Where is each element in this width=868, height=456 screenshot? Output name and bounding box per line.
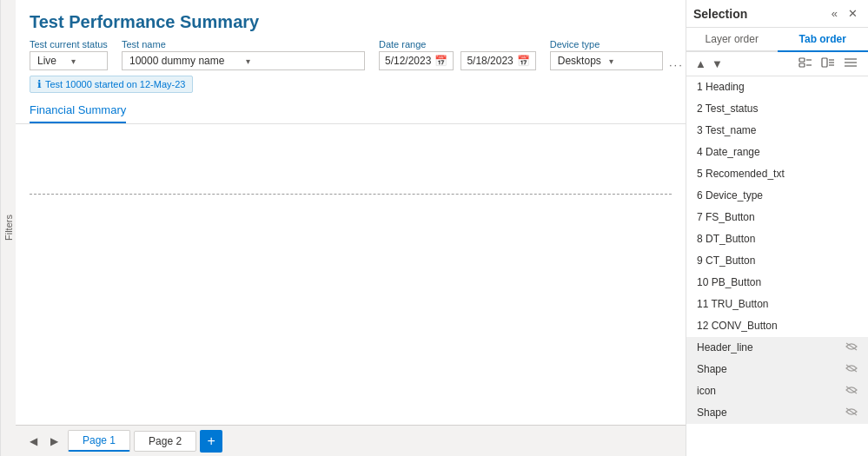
toolbar-arrows: ▲ ▼ (693, 56, 725, 72)
layer-item-label: 3 Test_name (697, 124, 757, 136)
dotted-separator (30, 194, 672, 195)
layer-item-label: Shape (697, 363, 727, 375)
status-dropdown[interactable]: Live ▾ (30, 51, 108, 70)
layer-item[interactable]: 2 Test_status (686, 98, 868, 120)
calendar-icon: 📅 (434, 55, 447, 67)
layer-item-label: 12 CONV_Button (697, 320, 778, 332)
date-start-input[interactable]: 5/12/2023 📅 (379, 51, 454, 70)
daterange-filter-group: Date range 5/12/2023 📅 5/18/2023 📅 (379, 39, 536, 70)
move-up-button[interactable]: ▲ (693, 56, 708, 72)
more-options-button[interactable]: ··· (664, 55, 686, 75)
report-page: Test Performance Summary Test current st… (16, 0, 686, 425)
layer-item[interactable]: Header_line (686, 337, 868, 359)
layer-item-label: 10 PB_Button (697, 276, 761, 288)
layer-item[interactable]: 8 DT_Button (686, 228, 868, 250)
add-page-button[interactable]: + (200, 430, 222, 453)
testname-dropdown[interactable]: 10000 dummy name ▾ (122, 51, 365, 70)
layer-item[interactable]: 4 Date_range (686, 142, 868, 163)
page-tab-2[interactable]: Page 2 (134, 431, 196, 452)
layer-item-label: 11 TRU_Button (697, 298, 769, 310)
testname-filter-group: Test name 10000 dummy name ▾ (122, 39, 365, 70)
chevron-down-icon: ▾ (609, 56, 655, 66)
device-label: Device type (550, 39, 663, 50)
tab-row: Financial Summary (16, 93, 686, 124)
show-all-button[interactable] (795, 56, 816, 72)
layer-item[interactable]: 5 Recomended_txt (686, 163, 868, 185)
layer-item[interactable]: Shape (686, 402, 868, 424)
device-filter-group: Device type Desktops ▾ ··· (550, 39, 663, 70)
chevron-down-icon: ▾ (71, 56, 100, 66)
filters-sidebar[interactable]: Filters (0, 0, 16, 456)
layer-item[interactable]: 6 Device_type (686, 185, 868, 207)
layer-item-label: 9 CT_Button (697, 254, 755, 267)
layer-item-label: 8 DT_Button (697, 233, 755, 245)
selection-panel: Selection « ✕ Layer order Tab order ▲ ▼ (686, 0, 868, 456)
layer-item-label: 2 Test_status (697, 102, 759, 115)
panel-header-icons: « ✕ (828, 5, 861, 22)
toolbar-icons (795, 56, 861, 72)
layer-list: 1 Heading2 Test_status3 Test_name4 Date_… (686, 76, 868, 456)
panel-expand-button[interactable]: « (828, 5, 841, 22)
page-title: Test Performance Summary (16, 0, 686, 36)
layer-item[interactable]: Shape (686, 359, 868, 380)
device-dropdown[interactable]: Desktops ▾ (550, 51, 663, 70)
layer-item[interactable]: 11 TRU_Button (686, 294, 868, 315)
panel-header: Selection « ✕ (686, 0, 868, 28)
layer-item[interactable]: 9 CT_Button (686, 250, 868, 272)
layer-item-label: 5 Recomended_txt (697, 168, 785, 180)
panel-close-button[interactable]: ✕ (845, 5, 861, 22)
tab-layer-order[interactable]: Layer order (686, 28, 778, 52)
layer-item-label: 6 Device_type (697, 189, 763, 202)
layer-item[interactable]: 12 CONV_Button (686, 315, 868, 337)
info-icon: ℹ (37, 78, 42, 90)
visibility-icon[interactable] (845, 364, 858, 374)
info-badge: ℹ Test 10000 started on 12-May-23 (30, 76, 193, 93)
panel-toolbar: ▲ ▼ (686, 52, 868, 76)
layer-item[interactable]: 1 Heading (686, 76, 868, 98)
layer-item[interactable]: 7 FS_Button (686, 207, 868, 228)
svg-rect-0 (799, 58, 805, 62)
status-label: Test current status (30, 39, 108, 50)
layer-item[interactable]: icon (686, 380, 868, 402)
svg-rect-1 (799, 63, 805, 67)
panel-title: Selection (693, 7, 747, 21)
layer-item[interactable]: 3 Test_name (686, 120, 868, 142)
layer-item-label: Shape (697, 406, 727, 419)
bottom-bar: ◀ ▶ Page 1 Page 2 + (16, 425, 686, 456)
chevron-down-icon: ▾ (246, 56, 357, 66)
prev-page-button[interactable]: ◀ (23, 431, 43, 452)
visibility-icon[interactable] (845, 386, 858, 396)
visibility-icon[interactable] (845, 342, 858, 353)
testname-label: Test name (122, 39, 365, 50)
tab-financial-summary[interactable]: Financial Summary (30, 100, 126, 123)
daterange-label: Date range (379, 39, 536, 50)
tab-tab-order[interactable]: Tab order (778, 28, 869, 52)
layer-item-label: 4 Date_range (697, 146, 760, 158)
move-down-button[interactable]: ▼ (710, 56, 725, 72)
filters-bar: Test current status Live ▾ Test name 100… (16, 36, 686, 74)
next-page-button[interactable]: ▶ (43, 431, 64, 452)
layer-item-label: 7 FS_Button (697, 211, 755, 223)
layer-item-label: icon (697, 385, 716, 397)
hide-all-button[interactable] (818, 56, 838, 72)
layer-item[interactable]: 10 PB_Button (686, 272, 868, 294)
visibility-icon[interactable] (845, 407, 858, 418)
svg-rect-4 (822, 58, 827, 67)
calendar-icon: 📅 (517, 55, 530, 67)
reorder-button[interactable] (840, 56, 861, 72)
page-tab-1[interactable]: Page 1 (68, 430, 130, 452)
status-filter-group: Test current status Live ▾ (30, 39, 108, 70)
layer-item-label: 1 Heading (697, 81, 745, 93)
layer-item-label: Header_line (697, 341, 753, 354)
date-end-input[interactable]: 5/18/2023 📅 (461, 51, 535, 70)
panel-tabs: Layer order Tab order (686, 28, 868, 52)
